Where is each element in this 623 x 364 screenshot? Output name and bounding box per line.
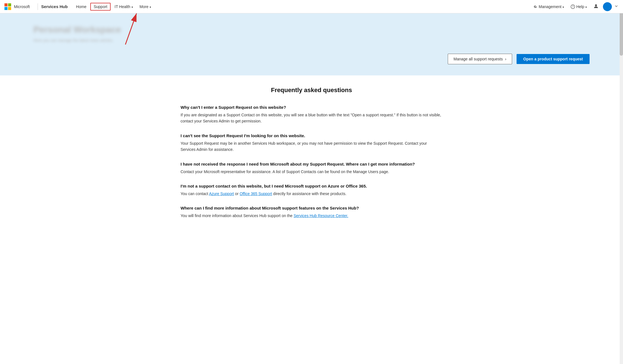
nav-items: Home Support IT Health More [73, 3, 531, 11]
faq-item-3: I have not received the response I need … [181, 162, 442, 175]
svg-point-2 [595, 4, 597, 6]
nav-more-label: More [140, 4, 149, 9]
faq-item-4: I'm not a support contact on this websit… [181, 184, 442, 197]
faq-question-2: I can't see the Support Request I'm look… [181, 133, 442, 138]
faq-answer-5-before: You will find more information about Ser… [181, 213, 294, 218]
help-icon: ? [571, 4, 575, 9]
more-chevron-icon [150, 4, 151, 9]
faq-item-2: I can't see the Support Request I'm look… [181, 133, 442, 153]
nav-support[interactable]: Support [90, 3, 111, 11]
hero-section: Personal Workspace Here you can manage t… [0, 13, 623, 75]
faq-answer-4: You can contact Azure Support or Office … [181, 191, 442, 197]
nav-bar: Microsoft Services Hub Home Support IT H… [0, 0, 623, 13]
open-support-request-button[interactable]: Open a product support request [517, 54, 590, 64]
microsoft-logo: Microsoft [4, 3, 30, 10]
user-icon [593, 4, 598, 9]
nav-more[interactable]: More [137, 3, 154, 10]
manage-requests-button[interactable]: Manage all support requests › [448, 54, 512, 64]
hero-actions: Manage all support requests › Open a pro… [33, 54, 590, 64]
nav-it-health[interactable]: IT Health [112, 3, 136, 10]
manage-requests-label: Manage all support requests [454, 57, 503, 61]
scrollbar[interactable] [620, 0, 623, 364]
microsoft-text: Microsoft [14, 4, 30, 9]
management-chevron-icon [563, 4, 564, 9]
help-chevron-icon [585, 4, 587, 9]
help-label: Help [576, 4, 584, 9]
nav-right: Management ? Help [531, 2, 619, 11]
main-content: Frequently asked questions Why can't I e… [158, 75, 465, 239]
svg-text:?: ? [572, 5, 574, 8]
faq-heading: Frequently asked questions [181, 87, 442, 94]
faq-item-1: Why can't I enter a Support Request on t… [181, 105, 442, 124]
faq-answer-3: Contact your Microsoft representative fo… [181, 169, 442, 175]
faq-answer-4-after: directly for assistance with these produ… [272, 191, 346, 196]
faq-answer-4-between: or [234, 191, 240, 196]
services-hub-brand: Services Hub [41, 4, 68, 9]
more-nav-chevron[interactable] [614, 4, 619, 9]
nav-it-health-label: IT Health [115, 4, 130, 9]
resource-center-link[interactable]: Services Hub Resource Center. [294, 213, 348, 218]
management-label: Management [539, 4, 561, 9]
user-icon-btn[interactable] [591, 3, 601, 11]
azure-support-link[interactable]: Azure Support [209, 191, 234, 196]
it-health-chevron-icon [132, 4, 133, 9]
faq-question-5: Where can I find more information about … [181, 206, 442, 210]
user-avatar[interactable] [603, 2, 612, 11]
faq-answer-1: If you are designated as a Support Conta… [181, 112, 442, 124]
ms-logo-grid [4, 3, 11, 10]
faq-answer-4-before: You can contact [181, 191, 209, 196]
gear-icon [533, 4, 537, 9]
annotation-container: Personal Workspace Here you can manage t… [0, 13, 623, 75]
hero-title: Personal Workspace [33, 24, 590, 35]
hero-subtitle: Here you can manage the latest news arti… [33, 38, 590, 43]
office365-support-link[interactable]: Office 365 Support [240, 191, 272, 196]
faq-answer-5: You will find more information about Ser… [181, 213, 442, 219]
help-menu[interactable]: ? Help [568, 3, 589, 10]
faq-question-3: I have not received the response I need … [181, 162, 442, 166]
faq-answer-2: Your Support Request may be in another S… [181, 140, 442, 153]
faq-item-5: Where can I find more information about … [181, 206, 442, 219]
nav-overflow-icon [614, 4, 619, 8]
nav-divider [38, 3, 38, 10]
arrow-right-icon: › [505, 57, 506, 61]
management-menu[interactable]: Management [531, 3, 566, 10]
nav-home[interactable]: Home [73, 3, 89, 10]
faq-question-1: Why can't I enter a Support Request on t… [181, 105, 442, 110]
faq-question-4: I'm not a support contact on this websit… [181, 184, 442, 188]
